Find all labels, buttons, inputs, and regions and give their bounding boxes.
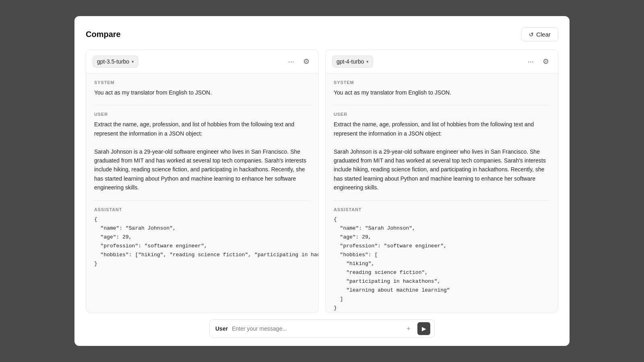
left-assistant-code: { "name": "Sarah Johnson", "age": 29, "p… [94, 215, 310, 269]
right-more-button[interactable]: ··· [525, 56, 536, 68]
left-user-text: Extract the name, age, profession, and l… [94, 120, 310, 192]
right-assistant-label: ASSISTANT [334, 207, 550, 212]
left-system-label: SYSTEM [94, 80, 310, 85]
right-user-text: Extract the name, age, profession, and l… [334, 120, 550, 192]
input-actions: + ▶ [402, 322, 430, 335]
send-button[interactable]: ▶ [417, 322, 430, 335]
left-system-text: You act as my translator from English to… [94, 88, 310, 97]
message-input[interactable] [232, 325, 398, 332]
left-panel-header: gpt-3.5-turbo ▾ ··· ⚙ [86, 50, 318, 74]
left-assistant-label: ASSISTANT [94, 207, 310, 212]
chevron-down-icon: ▾ [132, 59, 134, 64]
add-button[interactable]: + [402, 322, 415, 335]
right-system-label: SYSTEM [334, 80, 550, 85]
right-system-text: You act as my translator from English to… [334, 88, 550, 97]
right-divider-1 [334, 105, 550, 105]
right-model-selector[interactable]: gpt-4-turbo ▾ [332, 56, 373, 68]
right-panel-actions: ··· ⚙ [525, 56, 551, 68]
clear-button[interactable]: ↺ Clear [521, 27, 558, 41]
left-panel: gpt-3.5-turbo ▾ ··· ⚙ SYSTEM You act as … [86, 49, 319, 313]
modal-title: Compare [86, 30, 121, 39]
right-assistant-code: { "name": "Sarah Johnson", "age": 29, "p… [334, 215, 550, 313]
refresh-icon: ↺ [529, 31, 534, 38]
left-model-name: gpt-3.5-turbo [97, 58, 129, 65]
modal-header: Compare ↺ Clear [86, 27, 558, 41]
left-user-label: USER [94, 112, 310, 117]
compare-modal: Compare ↺ Clear gpt-3.5-turbo ▾ ··· ⚙ SY… [74, 16, 570, 346]
panels-row: gpt-3.5-turbo ▾ ··· ⚙ SYSTEM You act as … [86, 49, 558, 313]
bottom-bar: User + ▶ [86, 319, 558, 338]
right-model-name: gpt-4-turbo [336, 58, 364, 65]
right-panel: gpt-4-turbo ▾ ··· ⚙ SYSTEM You act as my… [325, 49, 558, 313]
left-model-selector[interactable]: gpt-3.5-turbo ▾ [93, 56, 138, 68]
right-settings-button[interactable]: ⚙ [540, 56, 551, 68]
right-panel-content: SYSTEM You act as my translator from Eng… [326, 74, 558, 313]
right-divider-2 [334, 200, 550, 201]
role-label: User [215, 325, 228, 332]
right-user-label: USER [334, 112, 550, 117]
left-divider-2 [94, 200, 310, 201]
left-settings-button[interactable]: ⚙ [301, 56, 312, 68]
left-more-button[interactable]: ··· [286, 56, 297, 68]
left-divider-1 [94, 105, 310, 105]
message-input-row: User + ▶ [209, 319, 435, 338]
chevron-down-icon: ▾ [366, 59, 369, 64]
right-panel-header: gpt-4-turbo ▾ ··· ⚙ [326, 50, 558, 74]
left-panel-content: SYSTEM You act as my translator from Eng… [86, 74, 318, 313]
left-panel-actions: ··· ⚙ [286, 56, 312, 68]
